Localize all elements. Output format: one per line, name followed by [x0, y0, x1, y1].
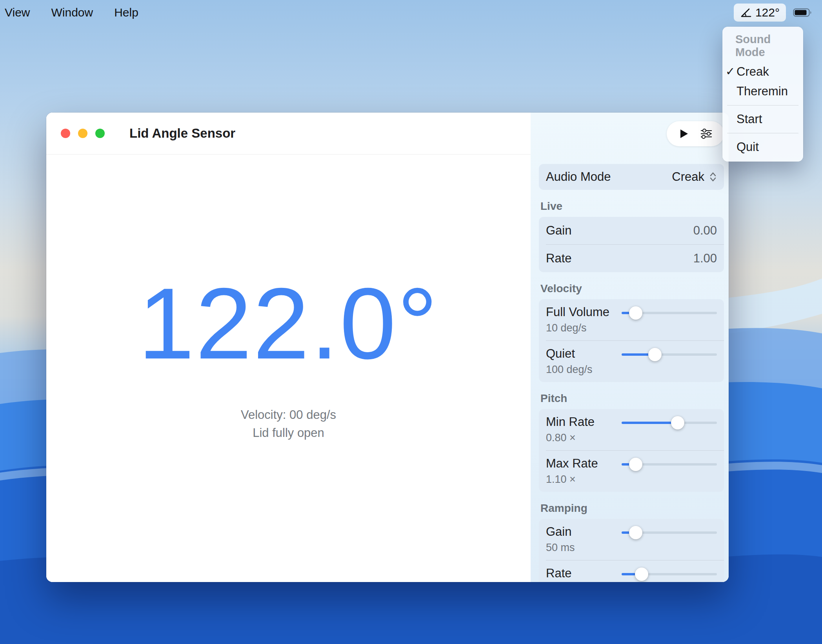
- menu-item-creak[interactable]: ✓ Creak: [722, 62, 803, 82]
- traffic-lights: [61, 129, 105, 138]
- max-rate-row: Max Rate 1.10 ×: [539, 451, 724, 492]
- live-gain-label: Gain: [546, 224, 571, 238]
- max-rate-label: Max Rate: [546, 457, 598, 471]
- section-title-live: Live: [540, 200, 724, 213]
- quiet-label: Quiet: [546, 347, 593, 361]
- slider-thumb[interactable]: [648, 348, 662, 361]
- section-title-pitch: Pitch: [540, 392, 724, 405]
- live-card: Gain 0.00 Rate 1.00: [539, 217, 724, 272]
- live-rate-row: Rate 1.00: [539, 245, 724, 272]
- slider-thumb[interactable]: [629, 458, 642, 471]
- ramp-gain-label: Gain: [546, 525, 575, 539]
- audio-mode-selector[interactable]: Audio Mode Creak: [539, 164, 724, 190]
- menu-item-start[interactable]: Start: [722, 109, 803, 129]
- close-button[interactable]: [61, 129, 70, 138]
- menu-separator: [727, 133, 798, 133]
- live-rate-label: Rate: [546, 251, 571, 266]
- live-gain-value: 0.00: [693, 224, 717, 238]
- slider-thumb[interactable]: [635, 568, 648, 581]
- pitch-card: Min Rate 0.80 × Max Rate 1.10 ×: [539, 409, 724, 492]
- tray-menu-header: Sound Mode: [722, 31, 803, 62]
- status-angle-value: 122°: [755, 6, 780, 19]
- audio-mode-value-wrap: Creak: [672, 170, 717, 184]
- lid-angle-status-item[interactable]: 122°: [734, 4, 786, 22]
- menu-separator: [727, 105, 798, 106]
- quiet-row: Quiet 100 deg/s: [539, 341, 724, 382]
- settings-sidebar: Audio Mode Creak Live Gain 0.00 Rate 1.0…: [531, 113, 729, 582]
- audio-mode-value: Creak: [672, 170, 704, 184]
- full-volume-value: 10 deg/s: [546, 322, 609, 334]
- section-title-ramping: Ramping: [540, 502, 724, 515]
- ramp-gain-value: 50 ms: [546, 542, 575, 554]
- angle-readout: 122.0°: [138, 273, 439, 374]
- menu-item-theremin[interactable]: Theremin: [722, 82, 803, 101]
- audio-mode-label: Audio Mode: [546, 170, 611, 184]
- menu-help[interactable]: Help: [113, 5, 140, 20]
- window-titlebar[interactable]: Lid Angle Sensor: [46, 113, 531, 155]
- ramp-gain-slider[interactable]: [622, 525, 717, 540]
- full-volume-label: Full Volume: [546, 305, 609, 319]
- menu-bar: View Window Help 122°: [0, 0, 822, 25]
- checkmark-icon: ✓: [726, 65, 735, 78]
- ramp-rate-label: Rate: [546, 566, 575, 580]
- menu-bar-status: 122°: [734, 4, 813, 22]
- minimize-button[interactable]: [78, 129, 87, 138]
- full-volume-row: Full Volume 10 deg/s: [539, 299, 724, 340]
- battery-indicator[interactable]: [793, 7, 813, 18]
- max-rate-value: 1.10 ×: [546, 473, 598, 486]
- min-rate-slider[interactable]: [622, 415, 717, 431]
- lid-state-text: Lid fully open: [253, 426, 324, 440]
- chevron-up-down-icon: [709, 171, 717, 183]
- window-main-pane: Lid Angle Sensor 122.0° Velocity: 00 deg…: [46, 113, 531, 582]
- toolbar-pill: [667, 121, 724, 146]
- min-rate-label: Min Rate: [546, 415, 595, 429]
- zoom-button[interactable]: [95, 129, 105, 138]
- menu-window[interactable]: Window: [49, 5, 95, 20]
- quiet-value: 100 deg/s: [546, 364, 593, 376]
- sliders-icon[interactable]: [700, 128, 713, 139]
- full-volume-slider[interactable]: [622, 305, 717, 321]
- lid-angle-sensor-window: Lid Angle Sensor 122.0° Velocity: 00 deg…: [46, 113, 729, 582]
- menu-item-quit[interactable]: Quit: [722, 137, 803, 157]
- sidebar-toolbar: [539, 113, 724, 155]
- battery-icon: [793, 7, 813, 18]
- ramping-card: Gain 50 ms Rate 80 ms: [539, 519, 724, 582]
- slider-thumb[interactable]: [671, 416, 684, 429]
- angle-icon: [740, 7, 752, 18]
- max-rate-slider[interactable]: [622, 457, 717, 472]
- ramp-rate-slider[interactable]: [622, 566, 717, 582]
- live-rate-value: 1.00: [693, 251, 717, 266]
- section-title-velocity: Velocity: [540, 282, 724, 295]
- slider-thumb[interactable]: [629, 526, 642, 539]
- menu-view[interactable]: View: [3, 5, 31, 20]
- min-rate-value: 0.80 ×: [546, 432, 595, 444]
- velocity-readout: Velocity: 00 deg/s: [241, 408, 336, 422]
- menu-bar-items: View Window Help: [3, 5, 140, 20]
- quiet-slider[interactable]: [622, 347, 717, 362]
- slider-thumb[interactable]: [629, 306, 642, 320]
- sound-mode-tray-menu: Sound Mode ✓ Creak Theremin Start Quit: [722, 27, 803, 162]
- ramp-rate-row: Rate 80 ms: [539, 560, 724, 582]
- live-gain-row: Gain 0.00: [539, 217, 724, 244]
- velocity-card: Full Volume 10 deg/s Quiet 100 deg/s: [539, 299, 724, 382]
- angle-display-area: 122.0° Velocity: 00 deg/s Lid fully open: [46, 155, 531, 582]
- window-title: Lid Angle Sensor: [129, 126, 235, 141]
- min-rate-row: Min Rate 0.80 ×: [539, 409, 724, 450]
- ramp-gain-row: Gain 50 ms: [539, 519, 724, 560]
- play-button[interactable]: [678, 128, 689, 140]
